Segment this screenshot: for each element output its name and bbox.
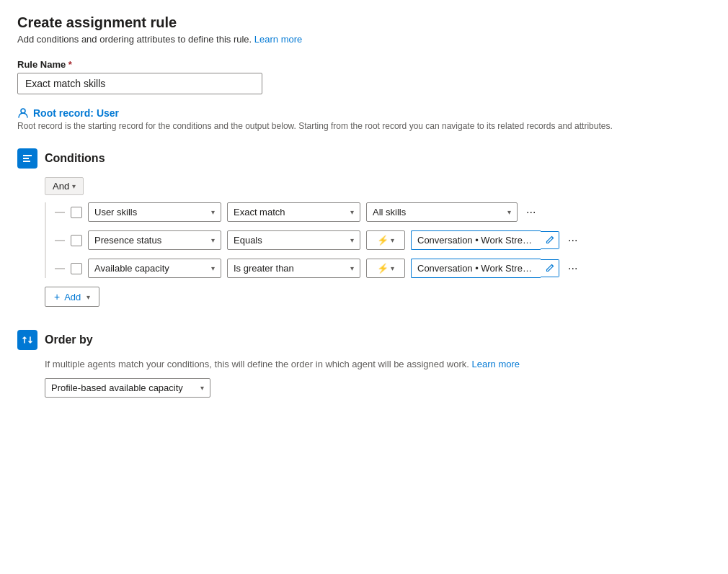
field-chevron-icon-3: ▾ xyxy=(211,264,215,272)
connector-line-2 xyxy=(55,240,65,241)
operator-chevron-icon-2: ▾ xyxy=(350,236,354,244)
value-with-edit-2: Conversation • Work Stream • All... xyxy=(411,230,559,250)
and-operator-button[interactable]: And ▾ xyxy=(45,177,84,195)
order-by-header: Order by xyxy=(17,330,711,350)
root-record-description: Root record is the starting record for t… xyxy=(17,121,711,131)
rule-name-section: Rule Name * xyxy=(17,59,711,94)
root-record-section: Root record: User Root record is the sta… xyxy=(17,107,711,131)
more-options-button-1[interactable]: ··· xyxy=(523,205,538,220)
order-by-icon xyxy=(17,330,37,350)
dynamic-value-toggle-3[interactable]: ⚡ ▾ xyxy=(366,259,405,278)
conditions-title: Conditions xyxy=(45,152,105,165)
learn-more-link[interactable]: Learn more xyxy=(254,34,302,45)
order-by-title: Order by xyxy=(45,333,93,346)
condition-row-2: Presence status ▾ Equals ▾ ⚡ ▾ Conversat… xyxy=(55,230,711,250)
connector-line-1 xyxy=(55,212,65,213)
svg-rect-3 xyxy=(23,161,30,162)
operator-dropdown-3[interactable]: Is greater than ▾ xyxy=(227,259,360,278)
add-chevron-icon: ▾ xyxy=(86,293,90,301)
order-learn-more-link[interactable]: Learn more xyxy=(472,359,520,369)
rule-name-input[interactable] xyxy=(17,73,262,94)
page-title: Create assignment rule xyxy=(17,14,711,31)
condition-checkbox-2[interactable] xyxy=(71,235,82,246)
operator-chevron-icon-1: ▾ xyxy=(350,208,354,216)
field-dropdown-3[interactable]: Available capacity ▾ xyxy=(88,259,221,278)
conditions-container: And ▾ User skills ▾ Exact match ▾ All sk… xyxy=(45,177,711,307)
rule-name-label: Rule Name * xyxy=(17,59,711,70)
dynamic-chevron-icon-3: ▾ xyxy=(391,264,394,272)
svg-point-0 xyxy=(21,109,25,113)
dynamic-value-toggle-2[interactable]: ⚡ ▾ xyxy=(366,230,405,250)
page-subtitle: Add conditions and ordering attributes t… xyxy=(17,34,711,45)
more-options-button-2[interactable]: ··· xyxy=(565,233,580,248)
field-chevron-icon-1: ▾ xyxy=(211,208,215,216)
field-dropdown-2[interactable]: Presence status ▾ xyxy=(88,230,221,250)
conditions-header: Conditions xyxy=(17,148,711,169)
svg-rect-1 xyxy=(23,155,32,156)
field-dropdown-1[interactable]: User skills ▾ xyxy=(88,202,221,222)
operator-dropdown-2[interactable]: Equals ▾ xyxy=(227,230,360,250)
edit-value-button-3[interactable] xyxy=(541,259,559,277)
value-chevron-icon-1: ▾ xyxy=(507,208,511,216)
edit-value-button-2[interactable] xyxy=(541,231,559,249)
order-dropdown-chevron-icon: ▾ xyxy=(200,384,204,392)
value-display-3: Conversation • Work Stream • Ca... xyxy=(411,259,541,278)
add-condition-button[interactable]: + Add ▾ xyxy=(45,287,99,307)
order-by-section: Order by If multiple agents match your c… xyxy=(17,330,711,398)
operator-chevron-icon-3: ▾ xyxy=(350,264,354,272)
svg-rect-2 xyxy=(23,158,29,159)
order-by-dropdown[interactable]: Profile-based available capacity ▾ xyxy=(45,378,210,398)
field-chevron-icon-2: ▾ xyxy=(211,236,215,244)
condition-checkbox-3[interactable] xyxy=(71,263,82,274)
user-icon xyxy=(17,107,29,119)
conditions-list: User skills ▾ Exact match ▾ All skills ▾… xyxy=(45,202,711,278)
operator-dropdown-1[interactable]: Exact match ▾ xyxy=(227,202,360,222)
dynamic-chevron-icon-2: ▾ xyxy=(391,236,394,244)
and-chevron-icon: ▾ xyxy=(72,182,76,190)
condition-checkbox-1[interactable] xyxy=(71,207,82,218)
condition-row-3: Available capacity ▾ Is greater than ▾ ⚡… xyxy=(55,259,711,278)
order-dropdown-wrap: Profile-based available capacity ▾ xyxy=(45,378,711,398)
lightning-icon-3: ⚡ xyxy=(377,263,389,274)
value-dropdown-1[interactable]: All skills ▾ xyxy=(366,202,518,222)
value-display-2: Conversation • Work Stream • All... xyxy=(411,230,541,250)
required-marker: * xyxy=(68,59,72,70)
conditions-icon xyxy=(17,148,37,169)
condition-row-1: User skills ▾ Exact match ▾ All skills ▾… xyxy=(55,202,711,222)
order-by-description: If multiple agents match your conditions… xyxy=(45,359,711,369)
more-options-button-3[interactable]: ··· xyxy=(565,261,580,277)
root-record-title: Root record: User xyxy=(17,107,711,119)
connector-line-3 xyxy=(55,268,65,269)
value-with-edit-3: Conversation • Work Stream • Ca... xyxy=(411,259,559,278)
lightning-icon-2: ⚡ xyxy=(377,235,389,246)
plus-icon: + xyxy=(54,291,60,302)
